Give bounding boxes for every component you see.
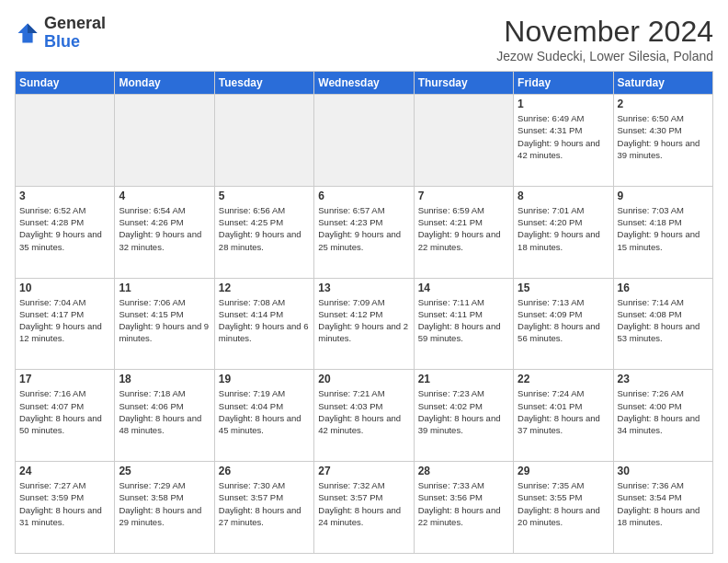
day-number: 23: [618, 373, 709, 385]
day-info: Sunrise: 7:09 AMSunset: 4:12 PMDaylight:…: [318, 296, 409, 345]
calendar-cell: 6Sunrise: 6:57 AMSunset: 4:23 PMDaylight…: [314, 186, 414, 278]
weekday-header: Friday: [514, 72, 613, 95]
day-info: Sunrise: 6:59 AMSunset: 4:21 PMDaylight:…: [418, 204, 509, 253]
weekday-header: Saturday: [613, 72, 712, 95]
calendar-cell: 9Sunrise: 7:03 AMSunset: 4:18 PMDaylight…: [613, 186, 712, 278]
page: General Blue November 2024 Jezow Sudecki…: [0, 0, 728, 563]
calendar-cell: 17Sunrise: 7:16 AMSunset: 4:07 PMDayligh…: [16, 370, 115, 462]
day-number: 26: [219, 465, 310, 477]
day-number: 30: [618, 465, 709, 477]
calendar-cell: 5Sunrise: 6:56 AMSunset: 4:25 PMDaylight…: [214, 186, 313, 278]
day-number: 28: [418, 465, 509, 477]
calendar-week-row: 24Sunrise: 7:27 AMSunset: 3:59 PMDayligh…: [16, 462, 713, 554]
day-info: Sunrise: 6:52 AMSunset: 4:28 PMDaylight:…: [19, 204, 110, 253]
day-number: 15: [518, 282, 609, 294]
calendar-week-row: 10Sunrise: 7:04 AMSunset: 4:17 PMDayligh…: [16, 278, 713, 370]
calendar-cell: 18Sunrise: 7:18 AMSunset: 4:06 PMDayligh…: [115, 370, 214, 462]
logo-icon: [15, 20, 40, 46]
day-number: 10: [19, 282, 110, 294]
day-info: Sunrise: 7:03 AMSunset: 4:18 PMDaylight:…: [618, 204, 709, 253]
day-number: 27: [318, 465, 409, 477]
day-number: 19: [219, 373, 310, 385]
calendar-cell: [16, 95, 115, 187]
weekday-header: Wednesday: [314, 72, 414, 95]
day-number: 4: [119, 190, 210, 202]
day-info: Sunrise: 7:16 AMSunset: 4:07 PMDaylight:…: [19, 387, 110, 436]
day-info: Sunrise: 6:50 AMSunset: 4:30 PMDaylight:…: [618, 112, 709, 161]
calendar-week-row: 17Sunrise: 7:16 AMSunset: 4:07 PMDayligh…: [16, 370, 713, 462]
weekday-header: Tuesday: [214, 72, 313, 95]
day-info: Sunrise: 7:30 AMSunset: 3:57 PMDaylight:…: [219, 479, 310, 528]
calendar-cell: 30Sunrise: 7:36 AMSunset: 3:54 PMDayligh…: [613, 462, 712, 554]
day-info: Sunrise: 6:54 AMSunset: 4:26 PMDaylight:…: [119, 204, 210, 253]
calendar-cell: 23Sunrise: 7:26 AMSunset: 4:00 PMDayligh…: [613, 370, 712, 462]
calendar-cell: 22Sunrise: 7:24 AMSunset: 4:01 PMDayligh…: [514, 370, 613, 462]
day-number: 9: [618, 190, 709, 202]
day-info: Sunrise: 7:08 AMSunset: 4:14 PMDaylight:…: [219, 296, 310, 345]
calendar-cell: 27Sunrise: 7:32 AMSunset: 3:57 PMDayligh…: [314, 462, 414, 554]
weekday-header: Monday: [115, 72, 214, 95]
day-number: 17: [19, 373, 110, 385]
weekday-header: Thursday: [414, 72, 513, 95]
calendar-cell: [115, 95, 214, 187]
calendar-cell: 2Sunrise: 6:50 AMSunset: 4:30 PMDaylight…: [613, 95, 712, 187]
day-info: Sunrise: 7:13 AMSunset: 4:09 PMDaylight:…: [518, 296, 609, 345]
day-info: Sunrise: 7:04 AMSunset: 4:17 PMDaylight:…: [19, 296, 110, 345]
svg-marker-1: [28, 23, 38, 33]
day-number: 1: [518, 98, 609, 110]
logo-text: General Blue: [44, 15, 106, 52]
day-info: Sunrise: 7:24 AMSunset: 4:01 PMDaylight:…: [518, 387, 609, 436]
weekday-header: Sunday: [16, 72, 115, 95]
logo: General Blue: [15, 15, 106, 52]
calendar-cell: 29Sunrise: 7:35 AMSunset: 3:55 PMDayligh…: [514, 462, 613, 554]
calendar-cell: 3Sunrise: 6:52 AMSunset: 4:28 PMDaylight…: [16, 186, 115, 278]
day-number: 25: [119, 465, 210, 477]
calendar-cell: [314, 95, 414, 187]
calendar-cell: 19Sunrise: 7:19 AMSunset: 4:04 PMDayligh…: [214, 370, 313, 462]
calendar-week-row: 3Sunrise: 6:52 AMSunset: 4:28 PMDaylight…: [16, 186, 713, 278]
day-number: 20: [318, 373, 409, 385]
calendar-cell: 28Sunrise: 7:33 AMSunset: 3:56 PMDayligh…: [414, 462, 513, 554]
day-info: Sunrise: 7:33 AMSunset: 3:56 PMDaylight:…: [418, 479, 509, 528]
day-number: 21: [418, 373, 509, 385]
calendar-cell: 20Sunrise: 7:21 AMSunset: 4:03 PMDayligh…: [314, 370, 414, 462]
day-number: 18: [119, 373, 210, 385]
day-number: 24: [19, 465, 110, 477]
calendar-cell: 7Sunrise: 6:59 AMSunset: 4:21 PMDaylight…: [414, 186, 513, 278]
calendar-week-row: 1Sunrise: 6:49 AMSunset: 4:31 PMDaylight…: [16, 95, 713, 187]
day-number: 2: [618, 98, 709, 110]
day-info: Sunrise: 7:14 AMSunset: 4:08 PMDaylight:…: [618, 296, 709, 345]
calendar-cell: 1Sunrise: 6:49 AMSunset: 4:31 PMDaylight…: [514, 95, 613, 187]
calendar-table: SundayMondayTuesdayWednesdayThursdayFrid…: [15, 71, 713, 554]
calendar-cell: 4Sunrise: 6:54 AMSunset: 4:26 PMDaylight…: [115, 186, 214, 278]
calendar-cell: 15Sunrise: 7:13 AMSunset: 4:09 PMDayligh…: [514, 278, 613, 370]
day-info: Sunrise: 7:35 AMSunset: 3:55 PMDaylight:…: [518, 479, 609, 528]
calendar-body: 1Sunrise: 6:49 AMSunset: 4:31 PMDaylight…: [16, 95, 713, 554]
day-info: Sunrise: 6:57 AMSunset: 4:23 PMDaylight:…: [318, 204, 409, 253]
day-info: Sunrise: 7:27 AMSunset: 3:59 PMDaylight:…: [19, 479, 110, 528]
day-number: 8: [518, 190, 609, 202]
day-info: Sunrise: 7:29 AMSunset: 3:58 PMDaylight:…: [119, 479, 210, 528]
calendar-cell: 10Sunrise: 7:04 AMSunset: 4:17 PMDayligh…: [16, 278, 115, 370]
calendar-cell: 16Sunrise: 7:14 AMSunset: 4:08 PMDayligh…: [613, 278, 712, 370]
day-info: Sunrise: 7:19 AMSunset: 4:04 PMDaylight:…: [219, 387, 310, 436]
day-info: Sunrise: 6:56 AMSunset: 4:25 PMDaylight:…: [219, 204, 310, 253]
day-info: Sunrise: 7:01 AMSunset: 4:20 PMDaylight:…: [518, 204, 609, 253]
day-number: 16: [618, 282, 709, 294]
calendar-cell: 12Sunrise: 7:08 AMSunset: 4:14 PMDayligh…: [214, 278, 313, 370]
calendar-cell: 8Sunrise: 7:01 AMSunset: 4:20 PMDaylight…: [514, 186, 613, 278]
calendar-cell: 26Sunrise: 7:30 AMSunset: 3:57 PMDayligh…: [214, 462, 313, 554]
day-number: 3: [19, 190, 110, 202]
day-number: 22: [518, 373, 609, 385]
calendar-cell: [414, 95, 513, 187]
day-info: Sunrise: 7:36 AMSunset: 3:54 PMDaylight:…: [618, 479, 709, 528]
calendar-cell: [214, 95, 313, 187]
day-info: Sunrise: 6:49 AMSunset: 4:31 PMDaylight:…: [518, 112, 609, 161]
day-info: Sunrise: 7:23 AMSunset: 4:02 PMDaylight:…: [418, 387, 509, 436]
day-number: 12: [219, 282, 310, 294]
calendar-cell: 13Sunrise: 7:09 AMSunset: 4:12 PMDayligh…: [314, 278, 414, 370]
calendar-cell: 11Sunrise: 7:06 AMSunset: 4:15 PMDayligh…: [115, 278, 214, 370]
day-info: Sunrise: 7:11 AMSunset: 4:11 PMDaylight:…: [418, 296, 509, 345]
header: General Blue November 2024 Jezow Sudecki…: [15, 15, 713, 63]
day-number: 7: [418, 190, 509, 202]
